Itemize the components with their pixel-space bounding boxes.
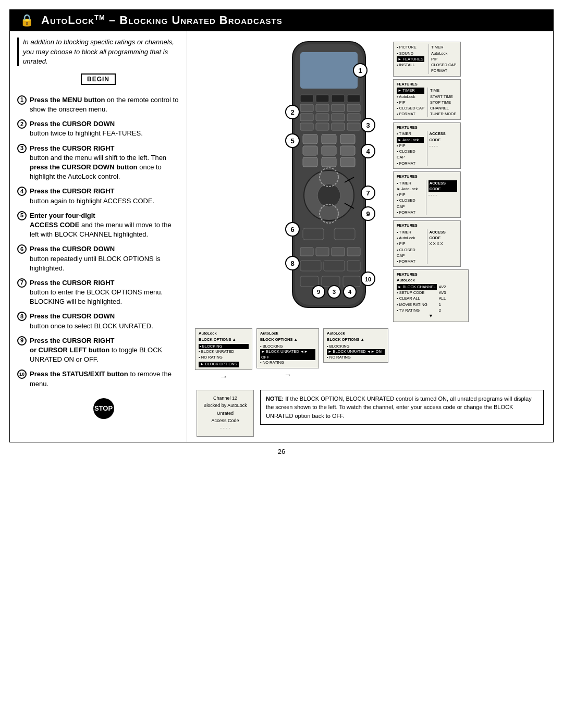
page-header: 🔒 AutoLockTM – Blocking Unrated Broadcas… bbox=[9, 9, 554, 31]
svg-rect-38 bbox=[347, 261, 360, 271]
block-options-flow: AutoLock BLOCK OPTIONS ▲ • BLOCKING • BL… bbox=[195, 328, 252, 381]
step-5-text: Enter your four-digitACCESS CODE and the… bbox=[30, 211, 179, 240]
svg-text:9: 9 bbox=[366, 210, 370, 218]
panels-right: • PICTURE • SOUND ► FEATURES • INSTALL T… bbox=[393, 42, 469, 322]
svg-text:4: 4 bbox=[348, 289, 352, 295]
screen-panel-6: FEATURES AutoLock ► BLOCK CHANNEL • SETU… bbox=[393, 269, 469, 322]
begin-badge: BEGIN bbox=[81, 73, 116, 85]
step-7-text: Press the CURSOR RIGHTbutton to enter th… bbox=[30, 278, 179, 307]
bo-screen-1: AutoLock BLOCK OPTIONS ▲ • BLOCKING • BL… bbox=[195, 328, 252, 370]
screen-panel-2: FEATURES ► TIMER • AutoLock • PIP • CLOS… bbox=[393, 79, 461, 120]
step-5-circle: 5 bbox=[17, 211, 27, 220]
svg-text:9: 9 bbox=[317, 289, 320, 295]
step-2: 2 Press the CURSOR DOWNbutton twice to h… bbox=[17, 119, 179, 138]
step-9-text: Press the CURSOR RIGHTor CURSOR LEFT but… bbox=[30, 336, 179, 365]
svg-rect-32 bbox=[300, 248, 313, 256]
svg-text:8: 8 bbox=[290, 260, 294, 267]
channel-line3: Unrated bbox=[202, 410, 248, 417]
svg-rect-18 bbox=[347, 123, 360, 130]
svg-rect-36 bbox=[300, 261, 321, 271]
svg-text:1: 1 bbox=[358, 67, 362, 75]
top-diagram-row: 1 2 3 4 5 6 bbox=[192, 36, 548, 322]
screen-panel-5: FEATURES • TIMER • AutoLock • PIP • CLOS… bbox=[393, 220, 461, 267]
svg-rect-7 bbox=[300, 104, 313, 112]
svg-rect-13 bbox=[332, 114, 345, 121]
step-9: 9 Press the CURSOR RIGHTor CURSOR LEFT b… bbox=[17, 336, 179, 365]
svg-rect-30 bbox=[303, 228, 324, 240]
step-8-circle: 8 bbox=[17, 312, 27, 321]
svg-rect-23 bbox=[322, 146, 336, 155]
remote-svg: 1 2 3 4 5 6 bbox=[272, 36, 386, 318]
step-8-text: Press the CURSOR DOWNbutton once to sele… bbox=[30, 312, 179, 330]
channel-line4: Access Code bbox=[202, 417, 248, 424]
channel-blocked-screen: Channel 12 Blocked by AutoLock Unrated A… bbox=[197, 390, 254, 437]
svg-text:5: 5 bbox=[290, 137, 294, 145]
remote-illustration: 1 2 3 4 5 6 bbox=[272, 36, 386, 319]
svg-rect-24 bbox=[340, 146, 355, 155]
svg-point-29 bbox=[317, 184, 340, 207]
note-box: NOTE: If the BLOCK OPTION, BLOCK UNRATED… bbox=[260, 390, 544, 425]
svg-rect-5 bbox=[332, 95, 345, 102]
note-label: NOTE: bbox=[266, 396, 284, 402]
page-number: 26 bbox=[0, 442, 563, 461]
svg-rect-3 bbox=[300, 95, 313, 102]
step-3-text: Press the CURSOR RIGHTbutton and the men… bbox=[30, 144, 179, 182]
main-content: In addition to blocking specific ratings… bbox=[9, 31, 554, 442]
step-1-circle: 1 bbox=[17, 95, 27, 105]
svg-rect-8 bbox=[316, 104, 329, 112]
screen-panel-1: • PICTURE • SOUND ► FEATURES • INSTALL T… bbox=[393, 42, 461, 76]
screen-panel-3: FEATURES • TIMER ► AutoLock • PIP • CLOS… bbox=[393, 122, 461, 169]
step-10-circle: 10 bbox=[17, 369, 27, 379]
svg-rect-27 bbox=[340, 157, 355, 167]
svg-rect-40 bbox=[322, 276, 340, 287]
step-4-text: Press the CURSOR RIGHTbutton again to hi… bbox=[30, 187, 179, 205]
flow-arrows: → bbox=[219, 372, 228, 381]
svg-rect-11 bbox=[300, 114, 313, 121]
svg-text:4: 4 bbox=[366, 147, 370, 155]
svg-rect-31 bbox=[334, 228, 355, 240]
bo-screen-2: AutoLock BLOCK OPTIONS ▲ • BLOCKING ► BL… bbox=[256, 328, 319, 368]
channel-line1: Channel 12 bbox=[202, 394, 248, 402]
svg-rect-19 bbox=[303, 134, 317, 144]
step-3: 3 Press the CURSOR RIGHTbutton and the m… bbox=[17, 144, 179, 182]
svg-text:7: 7 bbox=[366, 189, 370, 197]
svg-text:10: 10 bbox=[365, 276, 371, 282]
step-9-circle: 9 bbox=[17, 336, 27, 346]
svg-rect-14 bbox=[347, 114, 360, 121]
instructions-panel: In addition to blocking specific ratings… bbox=[10, 31, 187, 441]
step-4: 4 Press the CURSOR RIGHTbutton again to … bbox=[17, 187, 179, 205]
svg-rect-26 bbox=[322, 157, 336, 167]
svg-rect-17 bbox=[332, 123, 345, 130]
step-6-circle: 6 bbox=[17, 244, 27, 254]
svg-rect-16 bbox=[316, 123, 329, 130]
svg-rect-20 bbox=[322, 134, 336, 144]
svg-text:3: 3 bbox=[366, 121, 370, 129]
svg-rect-10 bbox=[347, 104, 360, 112]
svg-rect-37 bbox=[324, 261, 345, 271]
channel-line2: Blocked by AutoLock bbox=[202, 402, 248, 409]
step-3-circle: 3 bbox=[17, 144, 27, 153]
svg-rect-12 bbox=[316, 114, 329, 121]
step-7-circle: 7 bbox=[17, 278, 27, 288]
step-8: 8 Press the CURSOR DOWNbutton once to se… bbox=[17, 312, 179, 330]
diagram-panel: 1 2 3 4 5 6 bbox=[187, 31, 553, 441]
svg-rect-34 bbox=[332, 248, 345, 256]
svg-rect-25 bbox=[303, 157, 317, 167]
svg-text:2: 2 bbox=[290, 108, 294, 116]
step-10-text: Press the STATUS/EXIT button to remove t… bbox=[30, 369, 179, 388]
step-10: 10 Press the STATUS/EXIT button to remov… bbox=[17, 369, 179, 388]
svg-rect-15 bbox=[300, 123, 313, 130]
svg-text:3: 3 bbox=[333, 289, 336, 295]
lock-icon: 🔒 bbox=[20, 14, 34, 27]
svg-rect-39 bbox=[300, 276, 319, 287]
step-7: 7 Press the CURSOR RIGHTbutton to enter … bbox=[17, 278, 179, 307]
step-2-circle: 2 bbox=[17, 119, 27, 129]
step-6-text: Press the CURSOR DOWNbutton repeatedly u… bbox=[30, 244, 179, 273]
note-text: If the BLOCK OPTION, BLOCK UNRATED contr… bbox=[266, 396, 532, 419]
bo-screen-3: AutoLock BLOCK OPTIONS ▲ • BLOCKING ► BL… bbox=[323, 328, 388, 363]
bottom-diagram-row: AutoLock BLOCK OPTIONS ▲ • BLOCKING • BL… bbox=[192, 328, 548, 381]
intro-box: In addition to blocking specific ratings… bbox=[17, 38, 179, 66]
svg-rect-41 bbox=[343, 276, 360, 287]
step-4-circle: 4 bbox=[17, 187, 27, 196]
step-1-text: Press the MENU button on the remote cont… bbox=[30, 95, 179, 114]
